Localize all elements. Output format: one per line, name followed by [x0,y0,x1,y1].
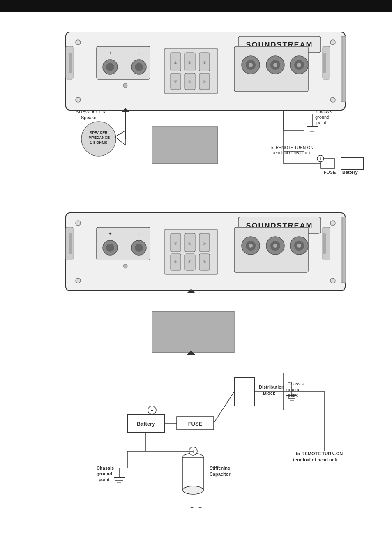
svg-text:Distribution: Distribution [259,385,284,389]
page-number-right: – [199,505,202,510]
svg-text:SPEAKER: SPEAKER [90,131,108,135]
svg-point-13 [106,63,114,71]
svg-text:point: point [99,477,110,482]
svg-rect-126 [152,311,234,353]
svg-text:+: + [319,157,322,161]
svg-text:Chassis: Chassis [97,466,114,470]
svg-rect-4 [69,53,72,73]
svg-text:+: + [108,230,112,237]
top-bar [0,0,392,12]
svg-point-86 [330,278,335,283]
svg-point-16 [123,83,127,88]
svg-line-145 [214,392,234,423]
svg-text:terminal of head unit: terminal of head unit [273,151,311,155]
svg-rect-41 [323,53,326,73]
svg-text:①: ① [188,61,191,65]
svg-text:to REMOTE TURN-ON: to REMOTE TURN-ON [271,145,314,150]
svg-text:+: + [108,50,112,56]
svg-rect-82 [69,233,72,254]
svg-marker-69 [115,131,125,145]
svg-text:FUSE: FUSE [324,170,336,175]
svg-text:1-8 OHMS: 1-8 OHMS [90,141,108,145]
main-content: SOUNDSTREAM + - [0,24,392,514]
svg-text:+: + [192,449,194,454]
svg-point-7 [330,40,335,45]
svg-text:FUSE: FUSE [188,421,203,427]
svg-text:Chassis: Chassis [316,109,333,114]
svg-text:IMPEDANCE: IMPEDANCE [88,136,110,140]
svg-text:to REMOTE TURN-ON: to REMOTE TURN-ON [296,451,343,456]
svg-text:SUBWOOFER: SUBWOOFER [76,109,106,114]
svg-text:①: ① [203,61,206,65]
svg-text:①: ① [188,79,191,83]
svg-text:①: ① [203,79,206,83]
svg-text:Capacitor: Capacitor [210,472,231,477]
svg-point-91 [106,244,114,252]
svg-rect-161 [183,457,203,490]
svg-point-83 [76,221,81,226]
svg-rect-119 [323,233,326,254]
svg-text:ground: ground [286,387,300,392]
svg-text:①: ① [174,79,177,83]
svg-text:①: ① [188,242,191,246]
svg-text:Battery: Battery [137,421,156,427]
svg-point-36 [273,63,277,67]
svg-point-5 [76,40,81,45]
svg-text:terminal of head unit: terminal of head unit [293,457,338,462]
svg-text:①: ① [174,260,177,264]
svg-text:point: point [288,393,298,398]
svg-point-6 [76,97,81,102]
svg-text:Chassis: Chassis [288,381,304,386]
svg-rect-60 [341,157,364,170]
svg-point-84 [76,278,81,283]
svg-text:①: ① [188,260,191,264]
svg-point-94 [123,264,127,268]
svg-text:point: point [316,120,326,125]
svg-point-39 [297,63,301,67]
svg-text:-: - [138,230,140,237]
svg-text:-: - [138,50,140,56]
svg-text:①: ① [203,260,206,264]
svg-point-85 [330,221,335,226]
svg-text:ground: ground [97,471,112,476]
page-number-left: – [191,505,194,510]
svg-point-8 [330,97,335,102]
svg-point-111 [249,244,253,248]
svg-text:Speaker: Speaker [81,115,98,120]
svg-text:+: + [151,408,153,413]
svg-point-162 [183,486,203,494]
svg-text:①: ① [174,61,177,65]
page-numbers: – – [16,500,376,514]
svg-point-117 [297,244,301,248]
svg-rect-129 [234,377,255,406]
svg-point-114 [273,244,277,248]
svg-point-33 [249,63,253,67]
svg-rect-48 [152,127,218,164]
diagram-2: SOUNDSTREAM + - ① [16,205,376,500]
svg-text:Battery: Battery [342,170,358,175]
svg-point-15 [135,63,143,71]
svg-text:ground: ground [315,115,329,120]
diagram-1-svg: SOUNDSTREAM + - [16,24,370,196]
svg-text:①: ① [174,242,177,246]
svg-text:Stiffening: Stiffening [210,466,231,470]
diagram-1: SOUNDSTREAM + - [16,24,376,196]
svg-text:①: ① [203,242,206,246]
svg-point-93 [135,244,143,252]
diagram-2-svg: SOUNDSTREAM + - ① [16,205,370,500]
